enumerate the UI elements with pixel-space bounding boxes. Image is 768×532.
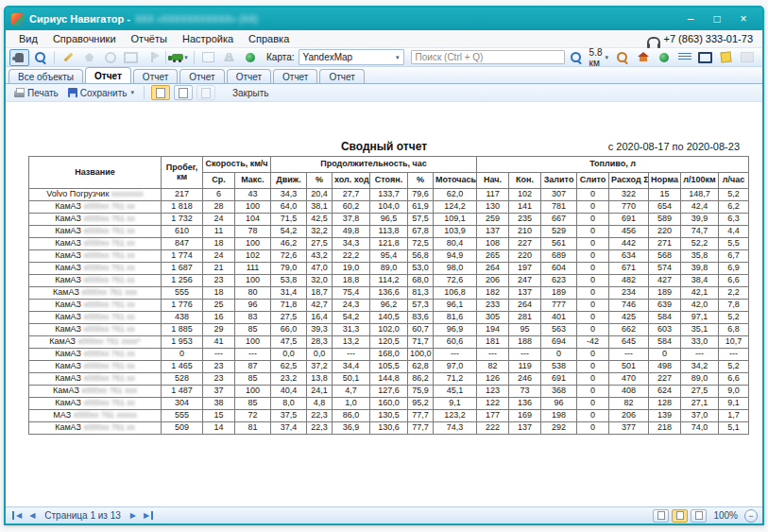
value-cell: 23 — [203, 275, 235, 287]
zoom-in-button[interactable] — [566, 49, 586, 66]
value-cell: 37,8 — [333, 214, 370, 226]
table-row: КамАЗ х000хх 761 хх8471810046,227,534,31… — [29, 238, 749, 250]
value-cell: 31,3 — [333, 324, 370, 336]
value-cell: 671 — [609, 263, 649, 275]
value-cell: 482 — [609, 275, 649, 287]
value-cell: 62,0 — [434, 189, 477, 201]
value-cell: 169 — [509, 410, 541, 422]
window-title-redacted: ХХХ «ХХХХХХХХХХХ» (ХХ) — [135, 14, 258, 25]
value-cell: 100 — [235, 201, 271, 214]
last-page-button[interactable]: ▶ — [140, 511, 153, 520]
vehicles-button[interactable]: ▾ — [170, 49, 190, 66]
geo-button[interactable] — [240, 49, 260, 66]
value-cell: 0 — [541, 349, 577, 361]
vehicle-name-cell: КамАЗ х000хх 761 хх — [29, 300, 162, 312]
table-row: КамАЗ х000хх 761 хх528238523,213,850,114… — [29, 373, 749, 386]
close-report-button[interactable]: Закрыть — [232, 88, 269, 98]
value-cell: 78 — [235, 226, 271, 238]
value-cell: 24,3 — [333, 300, 370, 312]
edit-note-button[interactable] — [716, 49, 736, 66]
scale-selector[interactable]: 5.8 км ▾ — [587, 47, 611, 68]
value-cell: 15 — [649, 189, 681, 201]
tab-3[interactable]: Отчет — [179, 69, 224, 83]
value-cell: 589 — [649, 214, 681, 226]
map-select[interactable]: YandexMap ▾ — [299, 49, 404, 65]
select-area-button[interactable] — [695, 49, 715, 66]
value-cell: 281 — [509, 312, 541, 324]
table-row: КамАЗ х000хх 761 хх1 776259671,842,724,3… — [29, 300, 749, 312]
value-cell: 227 — [509, 238, 541, 250]
save-button[interactable]: Сохранить ▾ — [65, 86, 137, 100]
tab-1[interactable]: Отчет — [85, 67, 131, 83]
first-page-button[interactable]: ◀ — [12, 511, 26, 520]
list-button[interactable] — [674, 49, 694, 66]
value-cell: 96,9 — [434, 324, 477, 336]
value-cell: 0 — [577, 287, 609, 300]
value-cell: 31,4 — [271, 287, 307, 300]
hand-icon — [15, 53, 24, 62]
minimize-button[interactable]: – — [677, 9, 704, 28]
value-cell: --- — [333, 349, 370, 361]
value-cell: 574 — [649, 263, 681, 275]
menu-vid[interactable]: Вид — [11, 30, 45, 47]
value-cell: 24 — [203, 250, 235, 263]
value-cell: 23 — [203, 373, 235, 386]
value-cell: 0 — [577, 214, 609, 226]
value-cell: 10,7 — [719, 336, 749, 349]
value-cell: 96,5 — [370, 214, 408, 226]
value-cell: 35,8 — [681, 250, 719, 263]
print-button[interactable]: Печать — [11, 86, 61, 100]
layout-fit-button[interactable] — [672, 509, 688, 523]
print-label: Печать — [27, 88, 59, 98]
value-cell: 654 — [649, 201, 681, 214]
value-cell: 0 — [577, 398, 609, 410]
menu-nastroyka[interactable]: Настройка — [175, 30, 241, 47]
value-cell: 16,4 — [307, 312, 333, 324]
zoom-controls: 100% − — [653, 509, 758, 523]
zoom-tool-button[interactable] — [30, 49, 50, 66]
tab-2[interactable]: Отчет — [133, 69, 178, 83]
col-fuel-filled: Залито — [541, 173, 577, 189]
tab-4[interactable]: Отчет — [227, 69, 271, 83]
value-cell: 97,0 — [434, 361, 477, 373]
zoom-out-button[interactable]: − — [744, 509, 758, 523]
table-row: КамАЗ х000хх 761 хх1 885298566,039,331,3… — [29, 324, 749, 336]
value-cell: 38,1 — [307, 201, 333, 214]
value-cell: 408 — [609, 386, 649, 398]
page-icon — [179, 88, 188, 98]
next-page-button[interactable]: ▶ — [127, 511, 140, 520]
value-cell: 127,6 — [370, 386, 408, 398]
world-button[interactable] — [654, 49, 674, 66]
value-cell: 22,3 — [307, 422, 333, 435]
tab-6[interactable]: Отчет — [319, 69, 364, 83]
value-cell: 35,1 — [681, 324, 719, 336]
close-button[interactable]: × — [730, 9, 757, 28]
tab-0[interactable]: Все объекты — [9, 69, 83, 83]
home-button[interactable] — [633, 49, 653, 66]
zoom-out-button[interactable] — [612, 49, 632, 66]
view-mode-single-button[interactable] — [151, 85, 170, 100]
value-cell: 96,2 — [370, 300, 408, 312]
dropdown-caret: ▾ — [184, 54, 188, 61]
value-cell: 100 — [235, 238, 271, 250]
value-cell: 77,7 — [408, 410, 434, 422]
prev-page-button[interactable]: ◀ — [26, 511, 39, 520]
menu-spravochniki[interactable]: Справочники — [45, 30, 124, 47]
maximize-button[interactable]: □ — [704, 9, 730, 28]
value-cell: 113,8 — [370, 226, 408, 238]
layout-grid-button[interactable] — [691, 509, 707, 523]
menu-otchety[interactable]: Отчёты — [124, 30, 175, 47]
view-mode-fit-button[interactable] — [174, 85, 193, 100]
value-cell: 427 — [649, 275, 681, 287]
summary-report-table: Название Пробег, км Скорость, км/ч Продо… — [28, 156, 749, 435]
draw-button[interactable] — [59, 49, 78, 66]
value-cell: 0 — [577, 361, 609, 373]
layout-single-button[interactable] — [653, 509, 669, 523]
value-cell: 72 — [235, 410, 271, 422]
tab-5[interactable]: Отчет — [273, 69, 317, 83]
value-cell: 62,8 — [408, 361, 434, 373]
search-input[interactable] — [411, 50, 565, 64]
value-cell: 568 — [649, 250, 681, 263]
menu-spravka[interactable]: Справка — [241, 30, 297, 47]
pan-tool-button[interactable] — [9, 49, 29, 66]
